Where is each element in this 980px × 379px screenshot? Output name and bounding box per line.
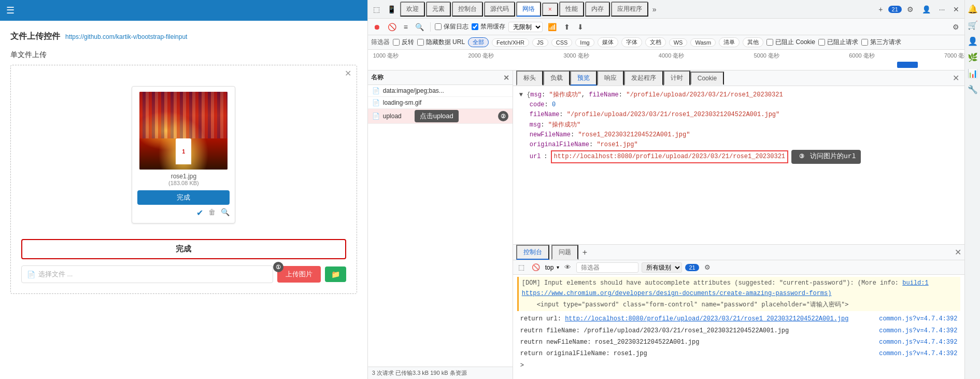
detail-tab-response[interactable]: 响应 [597, 71, 624, 86]
tab-memory[interactable]: 内存 [585, 2, 610, 17]
devtools-settings-btn[interactable]: ⚙ [904, 4, 917, 15]
devtools-close-btn[interactable]: ✕ [950, 4, 962, 15]
import-har-btn[interactable]: ⬆ [562, 22, 572, 32]
console-icon-1[interactable]: ⬚ [516, 262, 527, 272]
disable-cache-text: 禁用缓存 [480, 22, 505, 31]
console-link-chromium[interactable]: https://www.chromium.org/developers/desi… [522, 290, 832, 297]
detail-tab-payload[interactable]: 负载 [543, 71, 570, 86]
tab-sources[interactable]: 源代码 [484, 2, 515, 17]
device-toggle-btn[interactable]: 📱 [384, 4, 399, 15]
hamburger-icon[interactable]: ☰ [6, 5, 15, 16]
screen-cast-btn[interactable]: ⬚ [370, 4, 383, 15]
clear-btn[interactable]: 🚫 [386, 22, 399, 32]
bottom-row: 📄 选择文件 ... 上传图片 ① 📁 [21, 265, 346, 283]
tab-network[interactable]: 网络 [516, 2, 541, 17]
blocked-cookie-checkbox[interactable] [766, 39, 773, 46]
console-add-tab-btn[interactable]: + [580, 248, 589, 257]
record-btn[interactable]: ⏺ [371, 22, 382, 32]
filter-manifest-btn[interactable]: 清单 [719, 37, 740, 47]
filter-all-btn[interactable]: 全部 [468, 37, 489, 47]
sidebar-chart-icon[interactable]: 📊 [968, 68, 978, 78]
delete-icon[interactable]: 🗑 [208, 208, 216, 218]
filter-font-btn[interactable]: 字体 [621, 37, 642, 47]
console-close-btn[interactable]: ✕ [955, 247, 961, 257]
filter-wasm-btn[interactable]: Wasm [690, 38, 716, 47]
tab-welcome[interactable]: 欢迎 [400, 2, 425, 17]
sidebar-bell-icon[interactable]: 🔔 [968, 4, 978, 14]
search-btn[interactable]: 🔍 [413, 22, 426, 32]
tab-more[interactable]: » [649, 4, 660, 15]
console-link-build[interactable]: build:1 [902, 279, 928, 287]
blocked-request-text: 已阻止请求 [827, 38, 858, 47]
annotation-url-text: 访问图片的url [810, 151, 856, 162]
sidebar-cart-icon[interactable]: 🛒 [968, 20, 978, 30]
detail-tab-preview[interactable]: 预览 [570, 71, 597, 86]
tab-performance[interactable]: 性能 [559, 2, 584, 17]
tab-console[interactable]: 控制台 [452, 2, 483, 17]
filter-css-btn[interactable]: CSS [551, 38, 573, 47]
console-log-3-file[interactable]: common.js?v=4.7.4:392 [879, 337, 957, 347]
filter-media-btn[interactable]: 媒体 [598, 37, 618, 47]
add-tab-btn[interactable]: + [875, 4, 886, 15]
tab-elements[interactable]: 元素 [426, 2, 451, 17]
hide-data-url-checkbox[interactable] [417, 39, 424, 46]
third-party-checkbox[interactable] [861, 39, 868, 46]
filter-fetch-btn[interactable]: Fetch/XHR [492, 38, 529, 47]
console-log-4-file[interactable]: common.js?v=4.7.4:392 [879, 348, 957, 359]
timeline-1000: 1000 毫秒 [373, 52, 399, 60]
annotation-badge-2: ② [498, 111, 508, 121]
console-log-2-file[interactable]: common.js?v=4.7.4:392 [879, 326, 957, 336]
sidebar-leaf-icon[interactable]: 🌿 [968, 52, 978, 62]
detail-tab-timing[interactable]: 计时 [663, 71, 690, 86]
detail-tab-headers[interactable]: 标头 [516, 71, 543, 86]
complete-btn-small[interactable]: 完成 [137, 190, 230, 205]
filter-doc-btn[interactable]: 文档 [645, 37, 666, 47]
console-clear-btn[interactable]: 🚫 [530, 262, 542, 272]
filter-toggle-btn[interactable]: ≡ [402, 22, 410, 32]
detail-comma-1: , [581, 91, 589, 99]
tab-application[interactable]: 应用程序 [611, 2, 648, 17]
console-log-1-file[interactable]: common.js?v=4.7.4:392 [879, 314, 957, 324]
folder-btn[interactable]: 📁 [325, 266, 346, 282]
console-eye-btn[interactable]: 👁 [562, 262, 573, 272]
console-level-select[interactable]: 所有级别 [642, 262, 682, 273]
console-filter-input[interactable] [576, 262, 638, 273]
filter-other-btn[interactable]: 其他 [743, 37, 763, 47]
detail-val-msg-header: "操作成功" [549, 91, 581, 99]
console-tab-issues[interactable]: 问题 [551, 245, 578, 260]
complete-btn-main[interactable]: 完成 [21, 239, 346, 259]
network-items: 📄 data:image/jpeg;bas... 📄 loading-sm.gi… [368, 85, 513, 367]
detail-tab-cookie[interactable]: Cookie [690, 72, 724, 85]
console-tab-console[interactable]: 控制台 [516, 245, 549, 260]
detail-close-btn[interactable]: ✕ [950, 73, 961, 83]
console-log-1-url[interactable]: http://localhost:8080/profile/upload/202… [565, 315, 848, 322]
sidebar-user-icon[interactable]: 👤 [968, 36, 978, 46]
tab-network-close[interactable]: × [542, 3, 558, 16]
devtools-profile-btn[interactable]: 👤 [919, 4, 934, 15]
network-settings-btn[interactable]: ⚙ [950, 22, 961, 32]
sidebar-wrench-icon[interactable]: 🔧 [968, 85, 978, 94]
zoom-icon[interactable]: 🔍 [221, 208, 230, 218]
export-har-btn[interactable]: ⬇ [575, 22, 586, 32]
blocked-request-checkbox[interactable] [818, 39, 825, 46]
throttle-select[interactable]: 无限制 [508, 22, 543, 32]
network-header-close[interactable]: ✕ [503, 74, 509, 82]
detail-tab-initiator[interactable]: 发起程序 [624, 71, 663, 86]
network-item-upload[interactable]: 📄 upload ② [368, 109, 513, 124]
invert-checkbox[interactable] [393, 39, 400, 46]
network-item-data-image[interactable]: 📄 data:image/jpeg;bas... [368, 85, 513, 97]
close-upload-btn[interactable]: ✕ [345, 68, 351, 78]
crowd-bg [139, 92, 228, 138]
devtools-menu-btn[interactable]: ··· [936, 4, 948, 15]
online-btn[interactable]: 📶 [546, 22, 559, 32]
preserve-log-checkbox[interactable] [435, 23, 442, 30]
network-item-loading-gif[interactable]: 📄 loading-sm.gif [368, 97, 513, 109]
filter-img-btn[interactable]: Img [575, 38, 594, 47]
upload-btn[interactable]: 上传图片 [277, 266, 321, 283]
console-settings-btn[interactable]: ⚙ [702, 262, 713, 272]
page-title-link[interactable]: https://github.com/kartik-v/bootstrap-fi… [65, 33, 187, 40]
preview-image-inner: 1 [139, 92, 228, 170]
disable-cache-checkbox[interactable] [472, 23, 478, 30]
filter-js-btn[interactable]: JS [532, 38, 548, 47]
filter-ws-btn[interactable]: WS [669, 38, 688, 47]
